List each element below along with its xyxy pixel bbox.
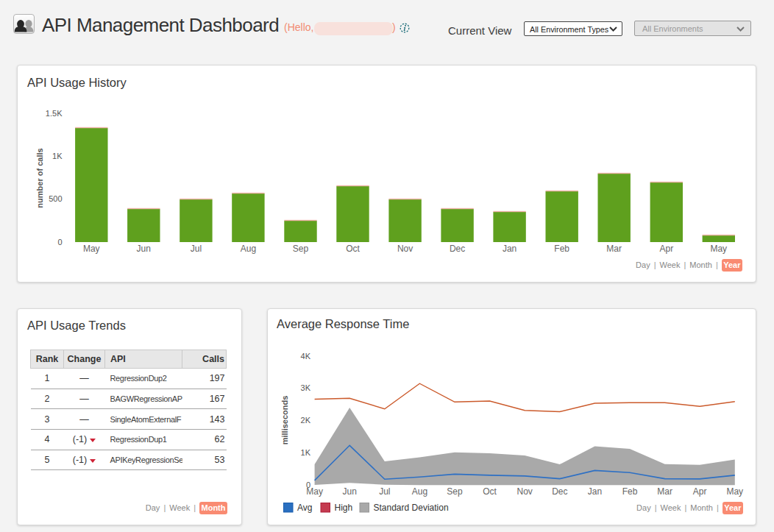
- svg-text:Mar: Mar: [657, 486, 672, 497]
- svg-text:Oct: Oct: [346, 244, 360, 254]
- svg-text:Sep: Sep: [447, 486, 463, 497]
- svg-text:Mar: Mar: [606, 244, 622, 254]
- svg-text:Aug: Aug: [412, 486, 427, 497]
- svg-text:Jun: Jun: [343, 486, 357, 497]
- svg-text:1.5K: 1.5K: [46, 109, 63, 118]
- svg-text:Jan: Jan: [588, 486, 602, 497]
- svg-text:Standard Deviation: Standard Deviation: [374, 503, 449, 513]
- svg-text:Feb: Feb: [622, 486, 638, 497]
- svg-text:Apr: Apr: [693, 486, 707, 497]
- svg-text:Dec: Dec: [552, 486, 567, 497]
- svg-text:0: 0: [57, 238, 62, 247]
- svg-text:1K: 1K: [301, 448, 311, 457]
- svg-text:Jul: Jul: [191, 244, 202, 254]
- svg-text:2K: 2K: [301, 416, 311, 425]
- svg-text:Jan: Jan: [503, 244, 516, 254]
- svg-text:3K: 3K: [301, 383, 311, 392]
- svg-text:Jul: Jul: [379, 486, 390, 497]
- svg-text:Nov: Nov: [517, 486, 533, 497]
- svg-text:Nov: Nov: [397, 244, 413, 254]
- svg-text:Apr: Apr: [659, 244, 673, 254]
- svg-text:milliseconds: milliseconds: [280, 396, 289, 445]
- svg-text:4K: 4K: [301, 352, 311, 361]
- svg-text:High: High: [335, 503, 353, 513]
- svg-text:Aug: Aug: [241, 244, 256, 254]
- svg-text:May: May: [726, 486, 743, 497]
- svg-text:Oct: Oct: [483, 486, 497, 497]
- svg-text:May: May: [83, 244, 100, 254]
- svg-text:1K: 1K: [52, 152, 63, 160]
- svg-text:Avg: Avg: [297, 503, 312, 513]
- svg-text:number of calls: number of calls: [35, 148, 44, 208]
- svg-text:May: May: [710, 244, 727, 254]
- svg-text:Sep: Sep: [293, 244, 309, 254]
- svg-text:Feb: Feb: [554, 244, 569, 254]
- svg-text:Jun: Jun: [137, 244, 151, 254]
- svg-text:May: May: [306, 486, 323, 497]
- svg-text:Dec: Dec: [450, 244, 465, 254]
- svg-text:500: 500: [49, 194, 62, 203]
